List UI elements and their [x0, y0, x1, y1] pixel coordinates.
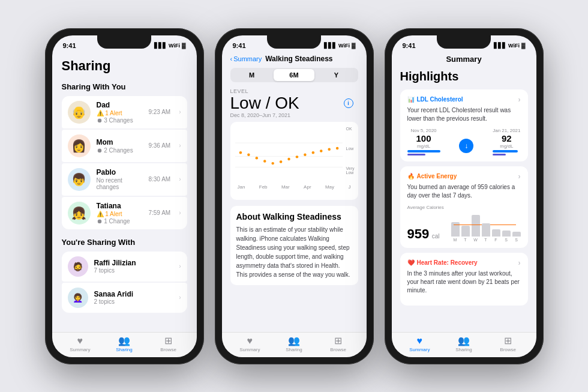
svg-point-7: [271, 162, 274, 164]
svg-point-13: [320, 150, 322, 152]
contact-tatiana[interactable]: 👧 Tatiana ⚠️ 1 Alert ⏺ 1 Change 7:59 AM …: [62, 197, 187, 229]
battery-icon-2: ▓: [352, 43, 356, 49]
chevron-dad: ›: [179, 109, 181, 115]
contact-mom-info: Mom ⏺ 2 Changes: [97, 138, 143, 154]
card-heart-rate[interactable]: ❤️ Heart Rate: Recovery › In the 3 minut…: [400, 253, 528, 306]
svg-point-5: [255, 157, 257, 159]
calories-display: 959 cal: [407, 213, 521, 242]
label-low: Low: [346, 146, 354, 151]
tab-sharing-1[interactable]: 👥 Sharing: [112, 336, 136, 352]
contact-mom[interactable]: 👩 Mom ⏺ 2 Changes 9:36 AM ›: [62, 130, 187, 162]
ldl-icon: 📊: [407, 96, 415, 103]
energy-label: Active Energy: [417, 173, 457, 179]
label-very-low: VeryLow: [346, 166, 354, 175]
tab-browse-2[interactable]: ⊞ Browse: [326, 336, 350, 352]
tab-sharing-label-2: Sharing: [286, 347, 302, 352]
svg-point-15: [335, 147, 338, 149]
contact-mom-time: 9:36 AM: [148, 142, 170, 149]
browse-icon-3: ⊞: [504, 336, 512, 346]
card-ldl[interactable]: 📊 LDL Cholesterol › Your recent LDL Chol…: [400, 89, 528, 161]
level-display: LEVEL Low / OK Dec 8, 2020–Jun 7, 2021 i: [230, 88, 358, 119]
phone-sharing-screen: 9:41 ▋▋▋ WiFi ▓ Sharing Sharing With You…: [52, 35, 197, 357]
info-icon[interactable]: i: [344, 98, 353, 108]
tab-browse-label-3: Browse: [500, 347, 516, 352]
chol-date-1: Nov 5, 2020: [407, 128, 440, 133]
sharing-sanaa[interactable]: 👩‍🦱 Sanaa Aridi 2 topics ›: [62, 283, 187, 313]
chol-value-2: 92: [493, 133, 520, 143]
status-icons-3: ▋▋▋ WiFi ▓: [494, 43, 525, 49]
bar-label-w: W: [472, 238, 480, 242]
chol-bar-1b: [407, 154, 425, 155]
walking-chart: OK Low VeryLow: [230, 122, 358, 200]
youre-sharing-label: You're Sharing With: [62, 238, 187, 247]
tab-summary-label-3: Summary: [409, 347, 430, 352]
tab-summary-1[interactable]: ♥ Summary: [68, 336, 92, 352]
bar-s1: [502, 231, 511, 237]
label-jun: J: [348, 184, 350, 190]
back-button[interactable]: ‹ Summary: [230, 55, 262, 62]
chol-date-2: Jan 21, 2021: [493, 128, 520, 133]
contact-mom-name: Mom: [97, 138, 143, 146]
chol-arrow: ↓: [459, 139, 473, 153]
segment-y[interactable]: Y: [316, 69, 356, 81]
chevron-tatiana: ›: [179, 210, 181, 216]
tab-sharing-2[interactable]: 👥 Sharing: [282, 336, 306, 352]
label-may: May: [325, 184, 334, 190]
avatar-tatiana: 👧: [68, 202, 91, 225]
contact-pablo-changes: No recent changes: [97, 177, 143, 190]
bar-label-t1: T: [461, 238, 470, 242]
heartrate-label: Heart Rate: Recovery: [417, 259, 478, 266]
sharing-sanaa-info: Sanaa Aridi 2 topics: [94, 290, 134, 305]
tab-summary-3[interactable]: ♥ Summary: [407, 336, 431, 352]
contact-pablo[interactable]: 👦 Pablo No recent changes 8:30 AM ›: [62, 163, 187, 196]
date-range: Dec 8, 2020–Jun 7, 2021: [230, 112, 358, 118]
avatar-sanaa: 👩‍🦱: [68, 288, 88, 308]
sharing-raffi-info: Raffi Jilizian 7 topics: [94, 259, 136, 274]
contact-pablo-time: 8:30 AM: [148, 176, 170, 182]
cholesterol-comparison: Nov 5, 2020 100 mg/dL ↓ Jan 21, 2021 92 …: [407, 128, 521, 155]
wifi-icon: WiFi: [169, 43, 180, 49]
segment-6m[interactable]: 6M: [274, 69, 314, 81]
heartrate-icon: ❤️: [407, 259, 415, 266]
tab-bar-2: ♥ Summary 👥 Sharing ⊞ Browse: [222, 332, 367, 357]
bar-label-s2: S: [512, 238, 521, 242]
bar-label-t2: T: [482, 238, 490, 242]
segment-m[interactable]: M: [232, 69, 272, 81]
chevron-mom: ›: [179, 142, 181, 149]
avg-calories-label: Average Calories: [407, 205, 521, 210]
chart-x-labels: Jan Feb Mar Apr May J: [235, 184, 353, 190]
tab-summary-2[interactable]: ♥ Summary: [238, 336, 262, 352]
tab-browse-3[interactable]: ⊞ Browse: [496, 336, 520, 352]
svg-point-12: [311, 151, 314, 154]
phone-sharing: 9:41 ▋▋▋ WiFi ▓ Sharing Sharing With You…: [45, 28, 204, 364]
sharing-with-list: 🧔 Raffi Jilizian 7 topics › 👩‍🦱 Sanaa Ar…: [62, 252, 187, 313]
contact-dad[interactable]: 👴 Dad ⚠️ 1 Alert ⏺ 3 Changes 9:23 AM ›: [62, 96, 187, 128]
nav-header-2: ‹ Summary Walking Steadiness: [230, 55, 358, 63]
svg-point-10: [295, 155, 298, 158]
contact-mom-changes: ⏺ 2 Changes: [97, 147, 143, 154]
svg-point-11: [304, 154, 306, 156]
browse-icon-2: ⊞: [334, 336, 342, 346]
notch-1: [97, 35, 151, 49]
tab-bar-1: ♥ Summary 👥 Sharing ⊞ Browse: [52, 332, 197, 357]
sharing-raffi[interactable]: 🧔 Raffi Jilizian 7 topics ›: [62, 252, 187, 282]
signal-icon: ▋▋▋: [154, 43, 167, 49]
wifi-icon-2: WiFi: [338, 43, 350, 49]
bar-label-s1: S: [502, 238, 511, 242]
phone3-content: Summary Highlights 📊 LDL Cholesterol › Y…: [392, 53, 536, 357]
chol-value-1: 100: [407, 133, 440, 143]
card-energy[interactable]: 🔥 Active Energy › You burned an average …: [400, 166, 528, 248]
tab-sharing-3[interactable]: 👥 Sharing: [452, 336, 476, 352]
contact-tatiana-name: Tatiana: [97, 202, 143, 210]
status-time-1: 9:41: [63, 42, 76, 49]
heartrate-category: ❤️ Heart Rate: Recovery ›: [407, 259, 521, 267]
contact-dad-info: Dad ⚠️ 1 Alert ⏺ 3 Changes: [97, 101, 143, 124]
bar-t1: [461, 226, 470, 237]
chol-reading-2: Jan 21, 2021 92 mg/dL: [493, 128, 520, 155]
tab-browse-1[interactable]: ⊞ Browse: [157, 336, 181, 352]
level-value: Low / OK: [230, 94, 358, 113]
label-apr: Apr: [304, 184, 311, 190]
avatar-mom: 👩: [68, 134, 91, 157]
chol-unit-2: mg/dL: [493, 143, 520, 149]
calories-value-group: 959 cal: [407, 226, 440, 242]
